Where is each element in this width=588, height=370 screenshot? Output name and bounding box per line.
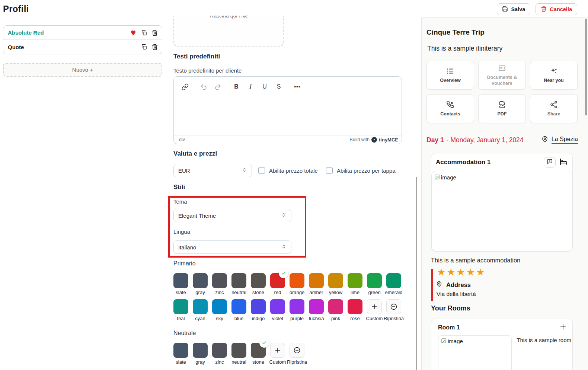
stage-price-checkbox[interactable]: [326, 167, 333, 174]
nav-card-label: Share: [547, 111, 560, 117]
copy-icon[interactable]: [141, 29, 147, 36]
color-swatch-sky[interactable]: [212, 299, 227, 314]
trash-icon: [541, 6, 547, 13]
tinymce-logo-icon: [371, 137, 377, 143]
color-swatch-indigo[interactable]: [251, 299, 266, 314]
color-swatch-orange[interactable]: [290, 273, 304, 288]
swatch-cell: purple: [290, 299, 304, 321]
color-swatch-blue[interactable]: [231, 299, 246, 314]
room-description: This is a sample room: [515, 337, 571, 343]
color-swatch-yellow[interactable]: [328, 273, 343, 288]
swatch-label: red: [274, 290, 281, 295]
color-swatch-red[interactable]: [270, 273, 285, 288]
save-icon: [502, 6, 508, 13]
swatch-label: cyan: [195, 316, 205, 321]
color-swatch-gray[interactable]: [193, 343, 208, 358]
profile-row: Quote: [3, 40, 162, 54]
reset-colors-button[interactable]: [386, 299, 401, 314]
nav-card-near-you[interactable]: Near you: [530, 61, 578, 90]
theme-select[interactable]: Elegant Theme: [173, 209, 291, 222]
nav-card-contacts[interactable]: Contacts: [426, 94, 474, 123]
bold-button[interactable]: B: [231, 82, 242, 92]
swatch-label: emerald: [385, 290, 403, 295]
nav-card-overview[interactable]: Overview: [426, 61, 474, 90]
swatch-cell: Custom: [270, 343, 285, 365]
total-price-checkbox[interactable]: [258, 167, 265, 174]
color-swatch-emerald[interactable]: [386, 273, 401, 288]
panel-scrollbar-thumb[interactable]: [416, 177, 417, 370]
color-swatch-violet[interactable]: [270, 299, 285, 314]
profile-name[interactable]: Absolute Red: [7, 29, 44, 36]
underline-button[interactable]: U: [259, 82, 270, 92]
color-swatch-green[interactable]: [367, 273, 382, 288]
room-title: Room 1: [438, 324, 460, 331]
color-swatch-gray[interactable]: [193, 273, 208, 288]
color-swatch-amber[interactable]: [309, 273, 324, 288]
add-room-icon[interactable]: [559, 323, 567, 332]
more-tools-button[interactable]: •••: [292, 82, 303, 92]
new-profile-button[interactable]: Nuovo +: [3, 63, 162, 77]
theme-label: Tema: [173, 198, 187, 205]
color-swatch-zinc[interactable]: [212, 273, 227, 288]
trash-icon[interactable]: [151, 44, 158, 50]
nav-card-label: Near you: [544, 78, 564, 84]
cancel-button[interactable]: Cancella: [536, 3, 577, 15]
color-swatch-neutral[interactable]: [231, 273, 246, 288]
swatch-cell: Custom: [367, 299, 382, 321]
redo-icon[interactable]: [212, 82, 223, 92]
nav-card-share[interactable]: Share: [530, 94, 578, 123]
color-swatch-slate[interactable]: [173, 273, 188, 288]
heart-icon[interactable]: [130, 29, 137, 36]
undo-icon[interactable]: [198, 82, 209, 92]
color-swatch-lime[interactable]: [348, 273, 362, 288]
italic-button[interactable]: I: [245, 82, 256, 92]
swatch-cell: amber: [309, 273, 324, 295]
color-swatch-cyan[interactable]: [193, 299, 208, 314]
nav-card-documents-vouchers[interactable]: Documents & vouchers: [478, 61, 526, 90]
reset-colors-button[interactable]: [290, 343, 304, 358]
language-label: Lingua: [173, 229, 190, 235]
custom-color-button[interactable]: [367, 299, 382, 314]
color-swatch-slate[interactable]: [173, 343, 188, 358]
swatch-label: stone: [252, 290, 264, 295]
swatch-label: green: [368, 290, 380, 295]
address-value: Via della libertà: [437, 291, 476, 297]
color-swatch-stone[interactable]: [251, 343, 266, 358]
color-swatch-fuchsia[interactable]: [309, 299, 324, 314]
copy-icon[interactable]: [141, 44, 147, 50]
page-scrollbar-thumb[interactable]: [585, 19, 587, 115]
language-select[interactable]: Italiano: [173, 240, 291, 254]
bed-icon[interactable]: [559, 157, 568, 168]
swatch-label: gray: [195, 290, 205, 295]
swatch-cell: rose: [348, 299, 362, 321]
nav-card-label: Documents & vouchers: [481, 75, 523, 86]
color-swatch-stone[interactable]: [251, 273, 266, 288]
color-swatch-teal[interactable]: [173, 299, 188, 314]
review-comment-button[interactable]: [544, 157, 556, 168]
swatch-label: fuchsia: [309, 316, 324, 321]
swatch-label: slate: [176, 359, 186, 365]
nav-card-pdf[interactable]: PDFPDF: [478, 94, 526, 123]
color-swatch-rose[interactable]: [348, 299, 362, 314]
client-text-label: Testo predefinito per cliente: [173, 67, 242, 74]
color-swatch-zinc[interactable]: [212, 343, 227, 358]
color-swatch-purple[interactable]: [290, 299, 304, 314]
nav-card-label: Contacts: [440, 111, 460, 117]
save-button[interactable]: Salva: [497, 3, 530, 15]
custom-color-button[interactable]: [270, 343, 285, 358]
profile-name[interactable]: Quote: [7, 44, 24, 50]
page-title: Profili: [3, 4, 29, 14]
day-location-link[interactable]: La Spezia: [541, 136, 578, 144]
trash-icon[interactable]: [151, 29, 158, 36]
swatch-label: violet: [272, 316, 283, 321]
currency-section-heading: Valuta e prezzi: [173, 150, 217, 157]
color-swatch-neutral[interactable]: [231, 343, 246, 358]
file-dropzone[interactable]: [173, 16, 284, 47]
swatch-cell: green: [367, 273, 382, 295]
currency-select[interactable]: EUR: [173, 164, 252, 177]
link-icon[interactable]: [180, 82, 190, 92]
editor-content-area[interactable]: [174, 97, 402, 135]
color-swatch-pink[interactable]: [328, 299, 343, 314]
share-icon: [550, 101, 558, 109]
strikethrough-button[interactable]: S: [274, 82, 284, 92]
